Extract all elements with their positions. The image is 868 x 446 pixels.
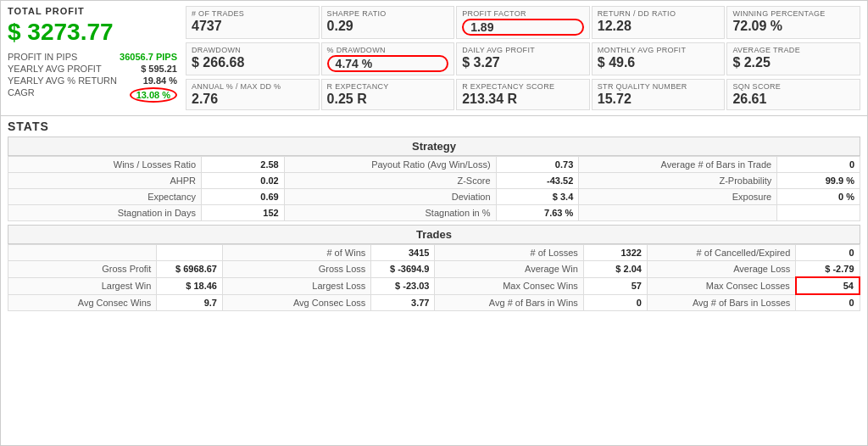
metric-annual-pct-label: ANNUAL % / MAX DD %	[192, 82, 314, 91]
metric-trades: # OF TRADES 4737	[186, 6, 320, 39]
cagr-row: CAGR 13.08 %	[8, 87, 177, 103]
s4-label2: Stagnation in %	[284, 205, 496, 221]
s2-value1: 0.02	[202, 173, 285, 189]
t1-value2: 3415	[371, 245, 435, 261]
metrics-panel: # OF TRADES 4737 SHARPE RATIO 0.29 PROFI…	[186, 6, 860, 110]
t3-value4: 54	[796, 277, 860, 294]
t3-value1: $ 18.46	[157, 277, 223, 294]
t1-label4: # of Cancelled/Expired	[647, 245, 795, 261]
t1-label3: # of Losses	[435, 245, 583, 261]
yearly-pct-row: YEARLY AVG % RETURN 19.84 %	[8, 75, 177, 86]
t2-value2: $ -3694.9	[371, 261, 435, 278]
metric-daily-avg-value: $ 3.27	[462, 55, 584, 70]
s1-label2: Payout Ratio (Avg Win/Loss)	[284, 157, 496, 173]
s1-value3: 0	[777, 157, 860, 173]
metric-pct-drawdown: % DRAWDOWN 4.74 %	[321, 42, 455, 75]
metric-sqn-value: 26.61	[732, 92, 854, 107]
metric-drawdown-value: $ 266.68	[192, 55, 314, 70]
s2-label1: AHPR	[8, 173, 202, 189]
metric-str-quality: STR QUALITY NUMBER 15.72	[592, 79, 726, 110]
strategy-row-2: AHPR 0.02 Z-Score -43.52 Z-Probability 9…	[8, 173, 860, 189]
t4-label4: Avg # of Bars in Losses	[647, 294, 795, 311]
cagr-value: 13.08 %	[130, 87, 177, 103]
trades-row-4: Avg Consec Wins 9.7 Avg Consec Loss 3.77…	[8, 294, 860, 311]
metric-profit-factor-label: PROFIT FACTOR	[462, 9, 584, 18]
t2-value3: $ 2.04	[583, 261, 647, 278]
metric-profit-factor-value: 1.89	[462, 19, 584, 36]
s3-value1: 0.69	[202, 189, 285, 205]
metric-daily-avg: DAILY AVG PROFIT $ 3.27	[456, 42, 590, 75]
metric-monthly-avg-label: MONTHLY AVG PROFIT	[598, 46, 720, 54]
t3-label1: Largest Win	[8, 277, 157, 294]
metric-drawdown-label: DRAWDOWN	[192, 46, 314, 54]
metric-sharpe-value: 0.29	[327, 19, 449, 34]
total-profit-value: $ 3273.77	[8, 19, 177, 46]
t2-label4: Average Loss	[647, 261, 795, 278]
metric-monthly-avg-value: $ 49.6	[598, 55, 720, 70]
metric-daily-avg-label: DAILY AVG PROFIT	[462, 46, 584, 54]
metric-r-expect-score: R EXPECTANCY SCORE 213.34 R	[456, 79, 590, 110]
t4-value3: 0	[583, 294, 647, 311]
t1-value3: 1322	[583, 245, 647, 261]
t4-value4: 0	[796, 294, 860, 311]
left-panel: TOTAL PROFIT $ 3273.77 PROFIT IN PIPS 36…	[8, 6, 177, 110]
yearly-pct-label: YEARLY AVG % RETURN	[8, 75, 117, 86]
strategy-row-3: Expectancy 0.69 Deviation $ 3.4 Exposure…	[8, 189, 860, 205]
t2-value4: $ -2.79	[796, 261, 860, 278]
metric-winning-pct: WINNING PERCENTAGE 72.09 %	[726, 6, 860, 39]
metric-sharpe-label: SHARPE RATIO	[327, 9, 449, 18]
metric-avg-trade: AVERAGE TRADE $ 2.25	[726, 42, 860, 75]
t4-value2: 3.77	[371, 294, 435, 311]
t3-label3: Max Consec Wins	[435, 277, 583, 294]
yearly-avg-row: YEARLY AVG PROFIT $ 595.21	[8, 64, 177, 74]
pips-row: PROFIT IN PIPS 36056.7 PIPS	[8, 52, 177, 62]
t2-label2: Gross Loss	[222, 261, 370, 278]
metric-trades-label: # OF TRADES	[192, 9, 314, 18]
t3-label2: Largest Loss	[222, 277, 370, 294]
t2-label3: Average Win	[435, 261, 583, 278]
main-container: TOTAL PROFIT $ 3273.77 PROFIT IN PIPS 36…	[0, 0, 868, 446]
metric-drawdown: DRAWDOWN $ 266.68	[186, 42, 320, 75]
strategy-row-1: Wins / Losses Ratio 2.58 Payout Ratio (A…	[8, 157, 860, 173]
s3-label3: Exposure	[579, 189, 777, 205]
t2-label1: Gross Profit	[8, 261, 157, 278]
t3-value3: 57	[583, 277, 647, 294]
s2-value2: -43.52	[496, 173, 579, 189]
t1-value4: 0	[796, 245, 860, 261]
metric-trades-value: 4737	[192, 19, 314, 34]
metric-return-dd-value: 12.28	[598, 19, 720, 34]
trades-row-1: # of Wins 3415 # of Losses 1322 # of Can…	[8, 245, 860, 261]
total-profit-label: TOTAL PROFIT	[8, 6, 177, 16]
metrics-row-1: # OF TRADES 4737 SHARPE RATIO 0.29 PROFI…	[186, 6, 860, 39]
metric-winning-pct-value: 72.09 %	[732, 19, 854, 34]
left-stats: PROFIT IN PIPS 36056.7 PIPS YEARLY AVG P…	[8, 52, 177, 103]
yearly-avg-value: $ 595.21	[141, 64, 177, 74]
t1-value1	[157, 245, 223, 261]
t3-value2: $ -23.03	[371, 277, 435, 294]
metric-pct-drawdown-value: 4.74 %	[327, 55, 449, 72]
t3-label4: Max Consec Losses	[647, 277, 795, 294]
s1-label1: Wins / Losses Ratio	[8, 157, 202, 173]
trades-table: # of Wins 3415 # of Losses 1322 # of Can…	[8, 244, 860, 311]
t4-label1: Avg Consec Wins	[8, 294, 157, 311]
s4-value3	[777, 205, 860, 221]
s1-value1: 2.58	[202, 157, 285, 173]
metric-avg-trade-label: AVERAGE TRADE	[732, 46, 854, 54]
strategy-section: Strategy Wins / Losses Ratio 2.58 Payout…	[1, 135, 867, 223]
metrics-row-2: DRAWDOWN $ 266.68 % DRAWDOWN 4.74 % DAIL…	[186, 42, 860, 75]
yearly-pct-value: 19.84 %	[143, 75, 177, 86]
strategy-header: Strategy	[8, 137, 860, 156]
s4-label3	[579, 205, 777, 221]
s4-value1: 152	[202, 205, 285, 221]
s2-value3: 99.9 %	[777, 173, 860, 189]
metric-sqn: SQN SCORE 26.61	[726, 79, 860, 110]
metric-annual-pct: ANNUAL % / MAX DD % 2.76	[186, 79, 320, 110]
top-section: TOTAL PROFIT $ 3273.77 PROFIT IN PIPS 36…	[1, 1, 867, 116]
metric-return-dd-label: RETURN / DD RATIO	[598, 9, 720, 18]
metric-str-quality-value: 15.72	[598, 92, 720, 107]
metric-pct-drawdown-label: % DRAWDOWN	[327, 46, 449, 54]
pips-value: 36056.7 PIPS	[120, 52, 177, 62]
strategy-row-4: Stagnation in Days 152 Stagnation in % 7…	[8, 205, 860, 221]
s2-label2: Z-Score	[284, 173, 496, 189]
s3-label2: Deviation	[284, 189, 496, 205]
